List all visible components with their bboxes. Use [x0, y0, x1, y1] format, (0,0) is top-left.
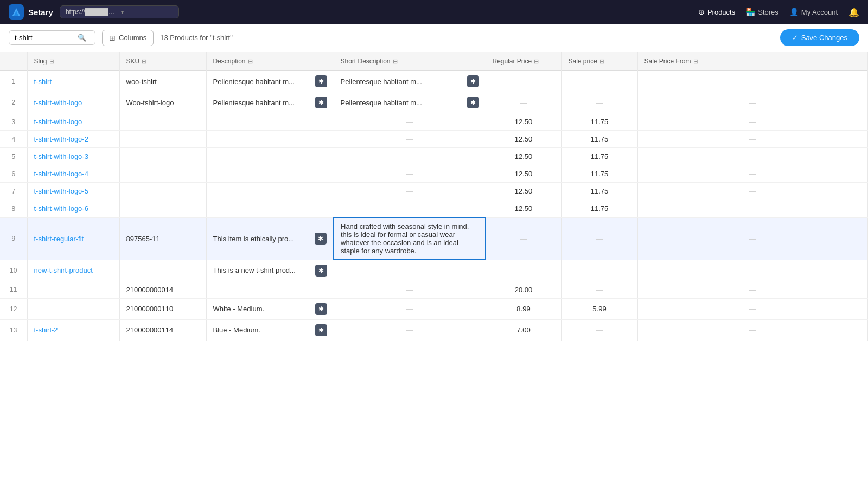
cell-sale-price-from[interactable]: —: [637, 319, 868, 341]
cell-description[interactable]: [206, 148, 334, 165]
expand-description-button[interactable]: ✱: [315, 233, 327, 245]
cell-short-description[interactable]: Pellentesque habitant m...✱: [334, 92, 486, 113]
cell-sale-price-from[interactable]: —: [637, 200, 868, 218]
cell-slug[interactable]: t-shirt-with-logo-5: [27, 183, 119, 200]
cell-description[interactable]: [206, 183, 334, 200]
cell-sale-price-from[interactable]: —: [637, 217, 868, 260]
cell-short-description[interactable]: —: [334, 260, 486, 281]
cell-description[interactable]: Pellentesque habitant m...✱: [206, 92, 334, 113]
cell-sku[interactable]: [119, 131, 206, 148]
cell-short-description[interactable]: —: [334, 148, 486, 165]
cell-sku[interactable]: woo-tshirt: [119, 71, 206, 92]
cell-slug[interactable]: t-shirt-with-logo: [27, 92, 119, 113]
short-desc-filter-icon[interactable]: ⊟: [393, 58, 398, 65]
cell-regular-price[interactable]: —: [486, 92, 561, 113]
cell-sale-price[interactable]: 11.75: [561, 183, 637, 200]
cell-description[interactable]: Blue - Medium.✱: [206, 319, 334, 341]
cell-regular-price[interactable]: 12.50: [486, 131, 561, 148]
url-bar[interactable]: https://████████.com/ ▾: [60, 5, 179, 18]
cell-sale-price-from[interactable]: —: [637, 260, 868, 281]
cell-description[interactable]: [206, 113, 334, 131]
cell-sale-price-from[interactable]: —: [637, 131, 868, 148]
cell-sale-price[interactable]: —: [561, 92, 637, 113]
cell-regular-price[interactable]: 12.50: [486, 148, 561, 165]
expand-description-button[interactable]: ✱: [315, 97, 327, 108]
cell-sku[interactable]: 210000000114: [119, 319, 206, 341]
cell-slug[interactable]: [27, 298, 119, 319]
cell-sale-price-from[interactable]: —: [637, 281, 868, 298]
cell-short-description[interactable]: —: [334, 200, 486, 218]
cell-short-description[interactable]: —: [334, 165, 486, 183]
cell-sku[interactable]: [119, 148, 206, 165]
cell-sale-price-from[interactable]: —: [637, 298, 868, 319]
cell-slug[interactable]: t-shirt: [27, 71, 119, 92]
cell-sale-price[interactable]: 5.99: [561, 298, 637, 319]
cell-description[interactable]: This item is ethically pro...✱: [206, 217, 334, 260]
nav-stores[interactable]: 🏪 Stores: [746, 8, 778, 16]
cell-regular-price[interactable]: 12.50: [486, 183, 561, 200]
cell-sku[interactable]: [119, 113, 206, 131]
cell-sku[interactable]: [119, 260, 206, 281]
cell-regular-price[interactable]: 8.99: [486, 298, 561, 319]
cell-sale-price[interactable]: —: [561, 260, 637, 281]
expand-description-button[interactable]: ✱: [315, 75, 327, 87]
cell-short-description[interactable]: —: [334, 319, 486, 341]
cell-slug[interactable]: t-shirt-regular-fit: [27, 217, 119, 260]
cell-sku[interactable]: 210000000110: [119, 298, 206, 319]
slug-filter-icon[interactable]: ⊟: [49, 58, 54, 65]
cell-sale-price[interactable]: —: [561, 71, 637, 92]
cell-regular-price[interactable]: —: [486, 71, 561, 92]
cell-short-description[interactable]: —: [334, 131, 486, 148]
cell-regular-price[interactable]: 12.50: [486, 113, 561, 131]
cell-slug[interactable]: new-t-shirt-product: [27, 260, 119, 281]
cell-sku[interactable]: 210000000014: [119, 281, 206, 298]
cell-short-description[interactable]: —: [334, 113, 486, 131]
cell-regular-price[interactable]: —: [486, 217, 561, 260]
cell-slug[interactable]: t-shirt-with-logo: [27, 113, 119, 131]
cell-slug[interactable]: t-shirt-with-logo-4: [27, 165, 119, 183]
cell-regular-price[interactable]: 12.50: [486, 200, 561, 218]
cell-description[interactable]: [206, 200, 334, 218]
cell-sku[interactable]: [119, 200, 206, 218]
cell-sale-price-from[interactable]: —: [637, 113, 868, 131]
cell-description[interactable]: [206, 165, 334, 183]
cell-sale-price-from[interactable]: —: [637, 183, 868, 200]
cell-sale-price-from[interactable]: —: [637, 148, 868, 165]
cell-sku[interactable]: [119, 183, 206, 200]
search-box[interactable]: 🔍: [9, 30, 95, 45]
search-input[interactable]: [15, 34, 74, 42]
cell-slug[interactable]: t-shirt-2: [27, 319, 119, 341]
cell-slug[interactable]: t-shirt-with-logo-6: [27, 200, 119, 218]
cell-sale-price[interactable]: 11.75: [561, 200, 637, 218]
expand-description-button[interactable]: ✱: [315, 265, 327, 277]
expand-description-button[interactable]: ✱: [315, 303, 327, 315]
cell-sale-price[interactable]: 11.75: [561, 148, 637, 165]
sku-filter-icon[interactable]: ⊟: [142, 58, 146, 65]
cell-short-description[interactable]: Pellentesque habitant m...✱: [334, 71, 486, 92]
cell-sku[interactable]: Woo-tshirt-logo: [119, 92, 206, 113]
columns-button[interactable]: ⊞ Columns: [102, 30, 154, 46]
sale-from-filter-icon[interactable]: ⊟: [693, 58, 698, 65]
cell-description[interactable]: [206, 131, 334, 148]
sale-price-filter-icon[interactable]: ⊟: [599, 58, 604, 65]
cell-sku[interactable]: [119, 165, 206, 183]
cell-description[interactable]: Pellentesque habitant m...✱: [206, 71, 334, 92]
cell-description[interactable]: This is a new t-shirt prod...✱: [206, 260, 334, 281]
desc-filter-icon[interactable]: ⊟: [248, 58, 253, 65]
cell-sku[interactable]: 897565-11: [119, 217, 206, 260]
cell-regular-price[interactable]: —: [486, 260, 561, 281]
cell-slug[interactable]: [27, 281, 119, 298]
cell-sale-price-from[interactable]: —: [637, 165, 868, 183]
cell-regular-price[interactable]: 20.00: [486, 281, 561, 298]
save-changes-button[interactable]: ✓ Save Changes: [780, 29, 859, 46]
bell-icon[interactable]: 🔔: [848, 7, 859, 17]
cell-sale-price-from[interactable]: —: [637, 92, 868, 113]
nav-account[interactable]: 👤 My Account: [789, 8, 838, 16]
expand-short-desc-button[interactable]: ✱: [467, 75, 479, 87]
cell-regular-price[interactable]: 7.00: [486, 319, 561, 341]
cell-sale-price[interactable]: —: [561, 319, 637, 341]
cell-sale-price[interactable]: 11.75: [561, 113, 637, 131]
cell-sale-price-from[interactable]: —: [637, 71, 868, 92]
reg-price-filter-icon[interactable]: ⊟: [534, 58, 539, 65]
cell-short-description[interactable]: —: [334, 281, 486, 298]
